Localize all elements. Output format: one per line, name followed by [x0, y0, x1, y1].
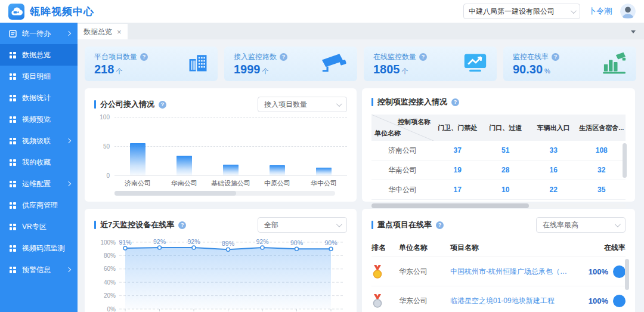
help-icon[interactable]: ? [419, 53, 427, 61]
panel-control-items: 控制项监控接入情况 ? 控制项名称单位名称门卫、门禁处门口、过道车辆出入口生活区… [362, 88, 635, 202]
control-table-header: 控制项名称单位名称门卫、门禁处门口、过道车辆出入口生活区含宿舍... [371, 115, 626, 141]
tabbar-dropdown-caret-icon[interactable] [631, 30, 636, 33]
control-table: 控制项名称单位名称门卫、门禁处门口、过道车辆出入口生活区含宿舍...济南公司37… [371, 115, 626, 200]
svg-text:80%: 80% [104, 252, 116, 259]
kpi-unit: 个 [116, 67, 122, 75]
sidebar-item-label: 数据总览 [22, 50, 70, 60]
ranking-vscrollbar[interactable] [625, 259, 629, 290]
y-axis-tick-label: 50 [94, 143, 110, 150]
sidebar-item-label: 视频码流监测 [22, 243, 70, 254]
kpi-label: 平台项目数量 [94, 52, 137, 62]
value-cell: 16 [530, 160, 578, 180]
help-icon[interactable]: ? [552, 53, 559, 61]
grid-icon [8, 73, 17, 80]
kpi-row: 平台项目数量?218个接入监控路数?1999个在线监控数量?1805个监控在线率… [85, 47, 637, 81]
sidebar-item-10[interactable]: 视频码流监测 [0, 237, 78, 259]
chevron-right-icon [66, 31, 71, 36]
help-icon[interactable]: ? [140, 53, 148, 61]
help-icon[interactable]: ? [436, 221, 444, 229]
branch-filter-select[interactable]: 接入项目数量 [258, 97, 347, 112]
avatar[interactable] [620, 4, 636, 19]
kpi-value: 1999 [234, 63, 261, 76]
sidebar-item-label: 数据统计 [22, 93, 70, 103]
grid-icon [8, 138, 17, 144]
kpi-card-1: 接入监控路数?1999个 [224, 47, 357, 81]
help-icon[interactable]: ? [280, 53, 287, 61]
ranking-row: 华东公司中国杭州市-杭州恒隆广场总承包（标段1）工程100% [371, 257, 626, 286]
filter-value: 在线率最高 [543, 220, 615, 230]
bar [316, 168, 332, 175]
svg-text:0%: 0% [107, 306, 116, 312]
sidebar-item-7[interactable]: 运维配置 [0, 173, 78, 194]
kpi-unit: 个 [402, 67, 408, 75]
grid-icon [8, 202, 17, 209]
top-header: 瓴眸视频中心 中建八局第一建设有限公司 卜令潮 [0, 0, 644, 23]
rate-donut [613, 265, 626, 278]
kpi-card-0: 平台项目数量?218个 [85, 47, 218, 81]
panel-title: 分公司接入情况 [100, 99, 154, 110]
chevron-right-icon [66, 267, 71, 272]
medal-silver-icon [371, 294, 399, 308]
help-icon[interactable]: ? [178, 221, 186, 229]
sidebar-item-label: 统一待办 [22, 29, 67, 39]
sidebar-item-label: 运维配置 [22, 179, 67, 189]
sidebar-item-0[interactable]: 统一待办 [0, 23, 78, 44]
sidebar-item-5[interactable]: 视频级联 [0, 130, 78, 152]
corner-label-top: 控制项名称 [398, 118, 431, 126]
filter-value: 接入项目数量 [264, 100, 336, 110]
line-chart: 100%80%60%40%20%0%91%92%92%89%92%90%90% [94, 235, 347, 312]
sidebar-item-3[interactable]: 数据统计 [0, 87, 78, 109]
column-header: 排名 [371, 243, 399, 253]
sidebar-item-2[interactable]: 项目明细 [0, 66, 78, 87]
table-row: 济南公司375133108 [371, 141, 626, 160]
unit-name-cell: 华中公司 [371, 180, 434, 199]
sidebar-item-4[interactable]: 视频预览 [0, 109, 78, 130]
value-cell: 37 [434, 141, 482, 160]
scrollbar-thumb[interactable] [114, 191, 236, 196]
project-link[interactable]: 中国杭州市-杭州恒隆广场总承包（标段1）工程 [450, 267, 579, 277]
sidebar: 统一待办数据总览项目明细数据统计视频预览视频级联我的收藏运维配置供应商管理VR专… [0, 23, 78, 312]
line-filter-select[interactable]: 全部 [258, 217, 347, 233]
bar-category-label: 华中公司 [301, 179, 347, 188]
chevron-right-icon [66, 138, 71, 143]
help-icon[interactable]: ? [451, 98, 459, 106]
tab-close-icon[interactable]: × [117, 28, 122, 36]
sidebar-item-9[interactable]: VR专区 [0, 216, 78, 237]
svg-text:60%: 60% [104, 265, 116, 272]
value-cell: 22 [530, 180, 578, 199]
title-accent-bar [371, 98, 373, 106]
green-bars-camera-icon [603, 51, 627, 76]
panel-branch-access: 分公司接入情况 ? 接入项目数量 100500 济南公司华南公司基础设施公司中原… [85, 88, 357, 202]
username-link[interactable]: 卜令潮 [589, 6, 612, 17]
help-icon[interactable]: ? [159, 101, 166, 109]
kpi-unit: % [544, 67, 550, 75]
title-accent-bar [94, 100, 96, 109]
project-link[interactable]: 临港星空之境01-09地块新建工程 [450, 296, 579, 306]
svg-text:90%: 90% [290, 239, 303, 246]
tab-data-overview[interactable]: 数据总览 × [78, 24, 128, 39]
kpi-label: 接入监控路数 [234, 52, 277, 62]
value-cell: 19 [434, 160, 482, 180]
org-select[interactable]: 中建八局第一建设有限公司 [463, 4, 580, 19]
online-rate-cell: 100% [579, 265, 626, 278]
value-cell: 10 [482, 180, 530, 199]
column-header: 生活区含宿舍... [578, 115, 626, 141]
sidebar-item-8[interactable]: 供应商管理 [0, 194, 78, 216]
table-row: 华中公司17102235 [371, 180, 626, 200]
value-cell: 33 [530, 141, 578, 160]
control-table-vscrollbar[interactable] [623, 143, 627, 178]
svg-text:92%: 92% [187, 238, 200, 245]
ranking-table: 排名单位名称项目名称在线率华东公司中国杭州市-杭州恒隆广场总承包（标段1）工程1… [371, 239, 626, 312]
sidebar-item-6[interactable]: 我的收藏 [0, 152, 78, 173]
scrollbar-thumb[interactable] [371, 203, 529, 208]
rank-filter-select[interactable]: 在线率最高 [536, 217, 626, 233]
panel-key-projects: 重点项目在线率 ? 在线率最高 排名单位名称项目名称在线率华东公司中国杭州市-杭… [362, 209, 635, 312]
sidebar-item-11[interactable]: 预警信息 [0, 259, 78, 280]
tab-bar: 数据总览 × [78, 23, 644, 39]
chevron-right-icon [66, 181, 71, 186]
sidebar-item-label: 视频级联 [22, 136, 67, 146]
value-cell: 108 [578, 141, 626, 160]
kpi-card-2: 在线监控数量?1805个 [364, 47, 497, 81]
bar-category-label: 济南公司 [114, 179, 161, 188]
sidebar-item-1[interactable]: 数据总览 [0, 44, 78, 66]
